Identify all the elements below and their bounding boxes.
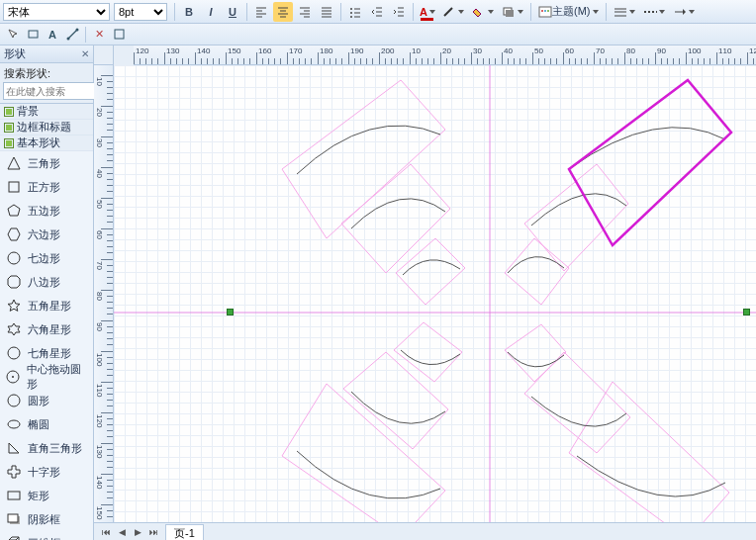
shape-list[interactable]: 三角形 正方形 五边形 六边形 七边形 八边形 五角星形 六角星形 七角星形 中…	[0, 151, 93, 540]
svg-point-14	[8, 252, 20, 264]
font-color-button[interactable]: A	[418, 2, 437, 22]
category-icon	[4, 123, 14, 133]
align-center-button[interactable]	[273, 2, 293, 22]
svg-point-15	[8, 347, 20, 359]
shape-triangle[interactable]: 三角形	[0, 151, 93, 175]
close-side-button[interactable]: ✕	[90, 26, 108, 44]
svg-point-1	[350, 12, 352, 14]
align-left-button[interactable]	[251, 2, 271, 22]
panel-title: 形状	[4, 46, 26, 61]
svg-point-11	[75, 29, 78, 32]
shape-pentagon[interactable]: 五边形	[0, 199, 93, 223]
svg-rect-20	[8, 492, 20, 499]
svg-rect-9	[29, 31, 38, 38]
line-ends-button[interactable]	[670, 2, 698, 22]
category-basic-shapes[interactable]: 基本形状	[0, 135, 93, 151]
panel-close-button[interactable]: ✕	[81, 48, 89, 59]
category-background[interactable]: 背景	[0, 104, 93, 120]
shape-ellipse[interactable]: 椭圆	[0, 412, 93, 436]
line-dash-button[interactable]	[640, 2, 668, 22]
horizontal-ruler[interactable]: 1201301401501601701801902001020304050607…	[134, 45, 756, 65]
align-justify-button[interactable]	[317, 2, 336, 22]
underline-button[interactable]: U	[223, 2, 242, 22]
svg-rect-12	[115, 30, 124, 39]
octagon-icon	[5, 273, 23, 291]
page-tab-1[interactable]: 页-1	[165, 524, 204, 540]
line-color-button[interactable]	[439, 2, 467, 22]
selected-shape[interactable]	[569, 80, 731, 245]
ruler-corner	[94, 45, 114, 65]
shape-square[interactable]: 正方形	[0, 175, 93, 199]
star5-icon	[5, 297, 23, 315]
format-toolbar: 宋体 8pt B I U A	[0, 0, 756, 24]
tab-next[interactable]: ▶	[131, 525, 144, 539]
circle-center-icon	[5, 368, 22, 386]
svg-rect-22	[8, 514, 18, 522]
drawing-toolbar: A ✕	[0, 24, 756, 45]
selection-handle-right[interactable]	[743, 309, 750, 315]
shape-star6[interactable]: 六角星形	[0, 317, 93, 341]
main-area: 形状 ✕ 搜索形状: → 背景 边框和标题 基本形状 三角形 正方形 五边形 六…	[0, 45, 756, 540]
pointer-tool[interactable]	[4, 26, 22, 44]
decrease-indent-button[interactable]	[367, 2, 387, 22]
shape-shadow-box[interactable]: 阴影框	[0, 507, 93, 531]
shape-3d-box[interactable]: 三维框	[0, 531, 93, 540]
theme-button[interactable]: 主题(M)	[534, 2, 603, 22]
category-icon	[4, 138, 14, 148]
selection-handle-left[interactable]	[227, 309, 234, 315]
align-right-button[interactable]	[295, 2, 315, 22]
tab-first[interactable]: ⏮	[99, 525, 113, 539]
page-tabs-bar: ⏮ ◀ ▶ ⏭ 页-1	[94, 522, 756, 540]
shape-center-drag-circle[interactable]: 中心拖动圆形	[0, 365, 93, 389]
font-size-select[interactable]: 8pt	[114, 3, 167, 21]
text-tool[interactable]: A	[44, 26, 61, 44]
shape-heptagon[interactable]: 七边形	[0, 246, 93, 270]
svg-point-8	[547, 10, 549, 12]
connector-tool[interactable]	[63, 26, 81, 44]
square-icon	[5, 178, 23, 196]
shape-rectangle[interactable]: 矩形	[0, 484, 93, 507]
shape-octagon[interactable]: 八边形	[0, 270, 93, 294]
increase-indent-button[interactable]	[389, 2, 409, 22]
pentagon-icon	[5, 202, 23, 220]
shapes-panel: 形状 ✕ 搜索形状: → 背景 边框和标题 基本形状 三角形 正方形 五边形 六…	[0, 45, 94, 540]
fill-color-button[interactable]	[469, 2, 497, 22]
category-icon	[4, 107, 14, 117]
rectangle-icon	[5, 487, 23, 504]
rect-tool[interactable]	[24, 26, 42, 44]
tab-prev[interactable]: ◀	[115, 525, 129, 539]
shape-cross[interactable]: 十字形	[0, 460, 93, 484]
theme-icon	[538, 6, 552, 18]
bold-button[interactable]: B	[179, 2, 199, 22]
italic-button[interactable]: I	[201, 2, 221, 22]
line-weight-button[interactable]	[611, 2, 638, 22]
svg-rect-4	[506, 10, 514, 17]
drawing-shapes[interactable]	[114, 65, 756, 522]
theme-label: 主题(M)	[552, 4, 591, 19]
star6-icon	[5, 320, 23, 338]
more-tool[interactable]	[110, 26, 128, 44]
shadow-button[interactable]	[499, 2, 526, 22]
tab-last[interactable]: ⏭	[146, 525, 160, 539]
svg-point-2	[350, 16, 352, 18]
panel-header: 形状 ✕	[0, 45, 93, 63]
shadow-box-icon	[5, 510, 23, 528]
shape-hexagon[interactable]: 六边形	[0, 223, 93, 246]
svg-rect-13	[9, 182, 19, 192]
drawing-canvas[interactable]	[114, 65, 756, 522]
bullet-list-button[interactable]	[345, 2, 365, 22]
svg-point-17	[12, 376, 14, 378]
shape-circle[interactable]: 圆形	[0, 389, 93, 412]
box3d-icon	[5, 534, 23, 540]
cross-icon	[5, 463, 23, 481]
category-borders[interactable]: 边框和标题	[0, 120, 93, 135]
vertical-ruler[interactable]: 102030405060708090100110120130140150	[94, 65, 114, 522]
shape-right-triangle[interactable]: 直角三角形	[0, 436, 93, 460]
ellipse-icon	[5, 415, 23, 433]
right-triangle-icon	[5, 439, 23, 457]
shape-star5[interactable]: 五角星形	[0, 294, 93, 317]
font-select[interactable]: 宋体	[3, 3, 110, 21]
search-label: 搜索形状:	[0, 63, 93, 82]
category-list: 背景 边框和标题 基本形状	[0, 103, 93, 151]
hexagon-icon	[5, 225, 23, 243]
